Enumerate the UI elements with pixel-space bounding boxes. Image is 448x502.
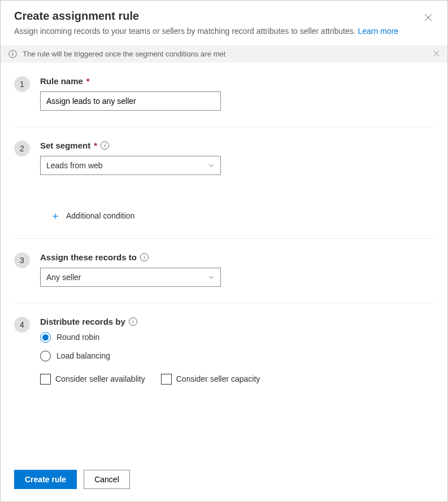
close-icon [424,14,432,21]
banner-dismiss-button[interactable] [433,50,440,58]
checkbox-indicator [161,374,172,385]
svg-point-1 [12,51,14,53]
learn-more-link[interactable]: Learn more [358,27,398,36]
assign-to-label: Assign these records to i [40,252,434,262]
close-button[interactable] [421,11,435,24]
rule-name-label: Rule name * [40,76,434,86]
info-banner-text: The rule will be triggered once the segm… [23,50,225,58]
set-segment-label: Set segment * i [40,141,434,150]
radio-round-robin[interactable]: Round robin [40,332,434,343]
info-icon[interactable]: i [140,253,149,261]
radio-indicator [40,351,51,361]
required-marker: * [94,141,97,150]
step-number: 2 [14,141,30,156]
step-number: 3 [14,252,30,268]
checkbox-row: Consider seller availablity Consider sel… [40,374,434,385]
checkbox-capacity[interactable]: Consider seller capacity [161,374,260,385]
radio-load-balancing[interactable]: Load balancing [40,351,434,361]
info-banner: The rule will be triggered once the segm… [1,45,447,63]
step-number: 1 [14,76,30,92]
info-icon [8,50,17,58]
svg-rect-2 [12,53,13,56]
rule-name-input[interactable] [40,91,221,111]
dialog-title: Create assignment rule [14,10,434,23]
plus-icon: ＋ [50,209,60,222]
step-number: 4 [14,317,30,333]
distribute-radio-group: Round robin Load balancing [40,332,434,361]
form-body: 1 Rule name * 2 Set segment * i Leads fr… [1,63,447,461]
dialog-header: Create assignment rule Assign incoming r… [1,1,447,45]
section-rule-name: 1 Rule name * [14,63,434,127]
checkbox-availability[interactable]: Consider seller availablity [40,374,145,385]
dialog-footer: Create rule Cancel [1,461,447,501]
section-set-segment: 2 Set segment * i Leads from web ＋ Addit… [14,127,434,239]
section-assign-to: 3 Assign these records to i Any seller [14,239,434,303]
dialog-subtitle: Assign incoming records to your teams or… [14,26,434,37]
required-marker: * [86,76,90,86]
section-distribute: 4 Distribute records by i Round robin Lo… [14,303,434,400]
segment-select[interactable]: Leads from web [40,156,221,175]
cancel-button[interactable]: Cancel [84,470,130,489]
chevron-down-icon [208,162,215,169]
info-icon[interactable]: i [101,141,109,150]
segment-value: Leads from web [46,161,103,170]
info-icon[interactable]: i [129,317,137,326]
radio-indicator [40,332,51,343]
add-condition-button[interactable]: ＋ Additional condition [50,209,434,222]
create-rule-button[interactable]: Create rule [14,470,77,489]
close-icon [433,50,440,56]
checkbox-indicator [40,374,51,385]
distribute-label: Distribute records by i [40,317,434,326]
chevron-down-icon [208,274,215,281]
assign-to-value: Any seller [46,273,81,282]
assign-to-select[interactable]: Any seller [40,268,221,287]
